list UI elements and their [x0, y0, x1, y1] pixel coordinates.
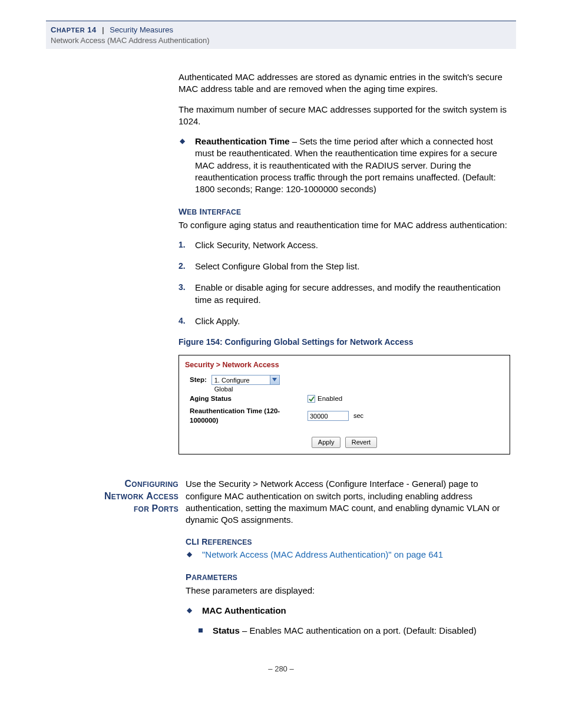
web-interface-intro: To configure aging status and reauthenti… [178, 219, 510, 231]
reauth-bullet: Reauthentication Time – Sets the time pe… [178, 136, 510, 195]
cli-references-heading: CLI REFERENCES [186, 536, 516, 548]
aging-status-checkbox[interactable] [308, 395, 315, 403]
cli-references-list: "Network Access (MAC Address Authenticat… [186, 549, 516, 561]
enabled-label: Enabled [318, 394, 342, 404]
svg-marker-0 [272, 378, 277, 381]
step-select-value: 1. Configure Global [211, 375, 270, 385]
cli-reference-link[interactable]: "Network Access (MAC Address Authenticat… [186, 549, 516, 561]
reauth-time-label: Reauthentication Time (120-1000000) [190, 407, 308, 425]
step-3: 3.Enable or disable aging for secure add… [178, 282, 510, 306]
step-1: 1.Click Security, Network Access. [178, 239, 510, 251]
page-number: – 280 – [46, 664, 516, 674]
header-line-1: CHAPTER 14 | Security Measures [51, 25, 516, 35]
apply-button[interactable]: Apply [312, 437, 341, 448]
header-subtitle: Network Access (MAC Address Authenticati… [51, 35, 516, 46]
step-select[interactable]: 1. Configure Global [211, 375, 280, 385]
figure-caption: Figure 154: Configuring Global Settings … [178, 337, 510, 348]
revert-button[interactable]: Revert [345, 437, 377, 448]
chapter-title: Security Measures [110, 25, 173, 34]
reauth-time-row: Reauthentication Time (120-1000000) sec [190, 407, 504, 425]
parameters-intro: These parameters are displayed: [186, 585, 516, 597]
figure-panel: Security > Network Access Step: 1. Confi… [178, 355, 510, 454]
intro-paragraph-1: Authenticated MAC addresses are stored a… [178, 71, 510, 95]
step-2: 2.Select Configure Global from the Step … [178, 261, 510, 272]
mac-auth-sublist: Status – Enables MAC authentication on a… [186, 625, 516, 637]
intro-paragraph-2: The maximum number of secure MAC address… [178, 104, 510, 128]
figure-breadcrumb: Security > Network Access [179, 355, 510, 371]
reauth-time-input[interactable] [308, 411, 349, 421]
step-4: 4.Click Apply. [178, 315, 510, 327]
step-list: 1.Click Security, Network Access. 2.Sele… [178, 239, 510, 327]
aging-status-label: Aging Status [190, 394, 308, 404]
aging-status-row: Aging Status Enabled [190, 394, 504, 404]
mac-auth-list: MAC Authentication [186, 605, 516, 617]
reauth-time-unit: sec [353, 411, 363, 420]
mac-auth-bullet: MAC Authentication [186, 605, 516, 617]
step-label: Step: [190, 375, 207, 385]
reauth-bullet-list: Reauthentication Time – Sets the time pe… [178, 136, 510, 195]
parameters-heading: PARAMETERS [186, 571, 516, 583]
ports-section-body: Use the Security > Network Access (Confi… [186, 478, 516, 526]
ports-section-heading: CONFIGURING NETWORK ACCESS FOR PORTS [64, 478, 186, 515]
web-interface-heading: WEB INTERFACE [178, 206, 510, 218]
chevron-down-icon[interactable] [270, 375, 280, 385]
status-bullet: Status – Enables MAC authentication on a… [199, 625, 516, 637]
page-header: CHAPTER 14 | Security Measures Network A… [46, 21, 516, 49]
